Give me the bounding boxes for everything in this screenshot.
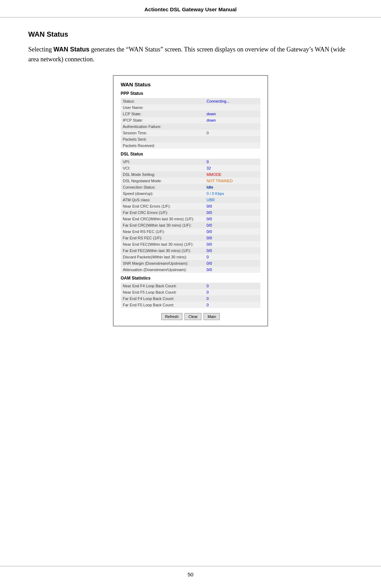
main-button[interactable]: Main (204, 313, 220, 320)
row-value: 0 (205, 295, 260, 302)
row-label: VPI: (121, 159, 205, 165)
row-value: Idle (205, 184, 260, 190)
row-value: down (205, 117, 260, 123)
table-row: Session Time: 0 (121, 130, 260, 136)
table-row: User Name: (121, 104, 260, 111)
row-value (205, 142, 260, 149)
row-label: Far End CRC Errors (1/F): (121, 209, 205, 216)
table-row: Far End F4 Loop Back Count: 0 (121, 295, 260, 302)
row-label: Discard Packets(Within last 30 mins): (121, 254, 205, 260)
table-row: Discard Packets(Within last 30 mins): 0 (121, 254, 260, 260)
row-value: 0/0 (205, 235, 260, 241)
wan-status-panel: WAN Status PPP Status Status: Connecting… (113, 75, 268, 326)
row-label: User Name: (121, 104, 205, 111)
page-content: WAN Status Selecting WAN Status generate… (0, 18, 381, 348)
table-row: Near End CRC Errors (1/F): 0/0 (121, 203, 260, 209)
page-footer: 50 (0, 566, 381, 577)
table-row: Attenuation (Downstream/Upstream): 0/0 (121, 267, 260, 273)
row-value: 0/0 (205, 241, 260, 247)
row-value: down (205, 111, 260, 117)
row-label: IPCP State: (121, 117, 205, 123)
row-label: Packets Sent: (121, 136, 205, 142)
row-label: Near End F5 Loop Back Count: (121, 289, 205, 295)
table-row: LCP State: down (121, 111, 260, 117)
section-title: WAN Status (28, 30, 353, 38)
row-value: 0/0 (205, 209, 260, 216)
row-label: Near End CRC(Within last 30 mins) (1/F): (121, 216, 205, 222)
table-row: Near End FEC(Within last 30 mins) (1/F):… (121, 241, 260, 247)
row-value (205, 136, 260, 142)
table-row: Authentication Failure: (121, 123, 260, 130)
row-label: Connection Status: (121, 184, 205, 190)
table-row: VCI: 32 (121, 165, 260, 171)
row-label: SNR Margin (Downstream/Upstream): (121, 260, 205, 267)
row-value: 0/0 (205, 216, 260, 222)
row-value (205, 104, 260, 111)
row-value: NOT TRAINED (205, 178, 260, 184)
table-row: Far End FEC(Within last 30 mins) (1/F): … (121, 247, 260, 254)
row-value: 32 (205, 165, 260, 171)
row-label: Near End F4 Loop Back Count: (121, 283, 205, 289)
table-row: Speed (down/up): 0 / 0 Kbps (121, 190, 260, 197)
row-value (205, 123, 260, 130)
row-value: 0/0 (205, 267, 260, 273)
row-label: Authentication Failure: (121, 123, 205, 130)
ppp-status-table: Status: Connecting... User Name: LCP Sta… (121, 98, 260, 149)
row-label: VCI: (121, 165, 205, 171)
table-row: Far End RS FEC (1/F): 0/0 (121, 235, 260, 241)
row-value: 0 (205, 159, 260, 165)
dsl-status-table: VPI: 0 VCI: 32 DSL Mode Setting: MMODE D… (121, 159, 260, 273)
row-label: Far End F4 Loop Back Count: (121, 295, 205, 302)
row-label: Attenuation (Downstream/Upstream): (121, 267, 205, 273)
row-value: Connecting... (205, 98, 260, 104)
row-value: 0/0 (205, 247, 260, 254)
table-row: Far End CRC(Within last 30 mins) (1/F): … (121, 222, 260, 228)
dsl-section-header: DSL Status (121, 152, 260, 157)
row-label: Far End F5 Loop Back Count: (121, 302, 205, 308)
table-row: Packets Sent: (121, 136, 260, 142)
table-row: ATM QoS class: UBR (121, 197, 260, 203)
wan-status-panel-title: WAN Status (121, 81, 260, 87)
row-label: Speed (down/up): (121, 190, 205, 197)
page-number: 50 (188, 571, 194, 577)
table-row: Far End F5 Loop Back Count: 0 (121, 302, 260, 308)
row-label: DSL Mode Setting: (121, 171, 205, 178)
row-label: Session Time: (121, 130, 205, 136)
row-label: Far End FEC(Within last 30 mins) (1/F): (121, 247, 205, 254)
row-label: Packets Received: (121, 142, 205, 149)
row-value: 0/0 (205, 260, 260, 267)
table-row: Far End CRC Errors (1/F): 0/0 (121, 209, 260, 216)
page-header: Actiontec DSL Gateway User Manual (0, 0, 381, 18)
oam-section-header: OAM Statistics (121, 276, 260, 281)
table-row: DSL Mode Setting: MMODE (121, 171, 260, 178)
table-row: DSL Negotiated Mode: NOT TRAINED (121, 178, 260, 184)
button-row: Refresh Clear Main (121, 313, 260, 320)
table-row: Packets Received: (121, 142, 260, 149)
table-row: Near End F5 Loop Back Count: 0 (121, 289, 260, 295)
row-value: 0 (205, 283, 260, 289)
row-label: Near End CRC Errors (1/F): (121, 203, 205, 209)
row-value: 0 (205, 289, 260, 295)
table-row: VPI: 0 (121, 159, 260, 165)
header-title: Actiontec DSL Gateway User Manual (144, 6, 236, 12)
table-row: IPCP State: down (121, 117, 260, 123)
refresh-button[interactable]: Refresh (161, 313, 183, 320)
bold-wan-status: WAN Status (53, 46, 89, 53)
ppp-section-header: PPP Status (121, 91, 260, 96)
clear-button[interactable]: Clear (185, 313, 201, 320)
table-row: Near End RS FEC (1/F): 0/0 (121, 228, 260, 235)
row-label: Near End RS FEC (1/F): (121, 228, 205, 235)
row-value: 0 (205, 302, 260, 308)
row-value: MMODE (205, 171, 260, 178)
row-value: 0 (205, 130, 260, 136)
row-label: Far End RS FEC (1/F): (121, 235, 205, 241)
table-row: Connection Status: Idle (121, 184, 260, 190)
row-label: ATM QoS class: (121, 197, 205, 203)
table-row: SNR Margin (Downstream/Upstream): 0/0 (121, 260, 260, 267)
intro-text: Selecting WAN Status generates the “WAN … (28, 45, 353, 65)
table-row: Status: Connecting... (121, 98, 260, 104)
row-label: Far End CRC(Within last 30 mins) (1/F): (121, 222, 205, 228)
row-value: 0 (205, 254, 260, 260)
row-value: 0/0 (205, 222, 260, 228)
table-row: Near End CRC(Within last 30 mins) (1/F):… (121, 216, 260, 222)
